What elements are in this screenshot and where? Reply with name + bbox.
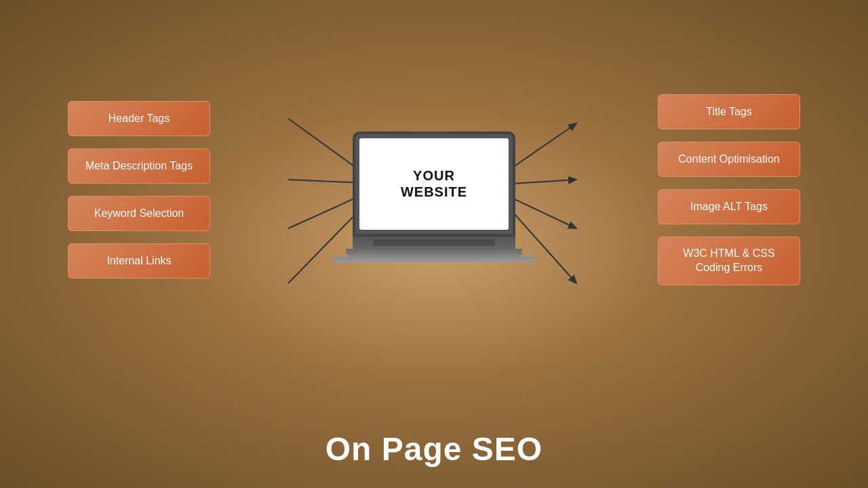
diagram-container: Header Tags Meta Description Tags Keywor… <box>0 0 868 380</box>
laptop-foot <box>332 257 536 262</box>
laptop-screen-text: YOUR WEBSITE <box>401 167 467 200</box>
laptop-screen-outer: YOUR WEBSITE <box>353 131 515 237</box>
laptop-screen-inner: YOUR WEBSITE <box>359 138 509 230</box>
center-section: YOUR WEBSITE <box>292 118 576 262</box>
laptop: YOUR WEBSITE <box>353 131 515 262</box>
page-title-section: On Page SEO <box>0 430 868 468</box>
box-internal-links: Internal Links <box>68 243 210 279</box>
laptop-keyboard <box>353 237 515 249</box>
box-header-tags: Header Tags <box>68 101 210 136</box>
box-meta-description: Meta Description Tags <box>68 148 210 184</box>
right-column: Title Tags Content Optimisation Image AL… <box>658 94 800 285</box>
page-title: On Page SEO <box>326 431 542 467</box>
left-column: Header Tags Meta Description Tags Keywor… <box>68 101 210 279</box>
box-content-optimisation: Content Optimisation <box>658 142 800 177</box>
laptop-base <box>346 249 522 257</box>
box-image-alt-tags: Image ALT Tags <box>658 189 800 224</box>
box-keyword-selection: Keyword Selection <box>68 196 210 231</box>
box-title-tags: Title Tags <box>658 94 800 129</box>
box-w3c-coding: W3C HTML & CSS Coding Errors <box>658 237 800 285</box>
